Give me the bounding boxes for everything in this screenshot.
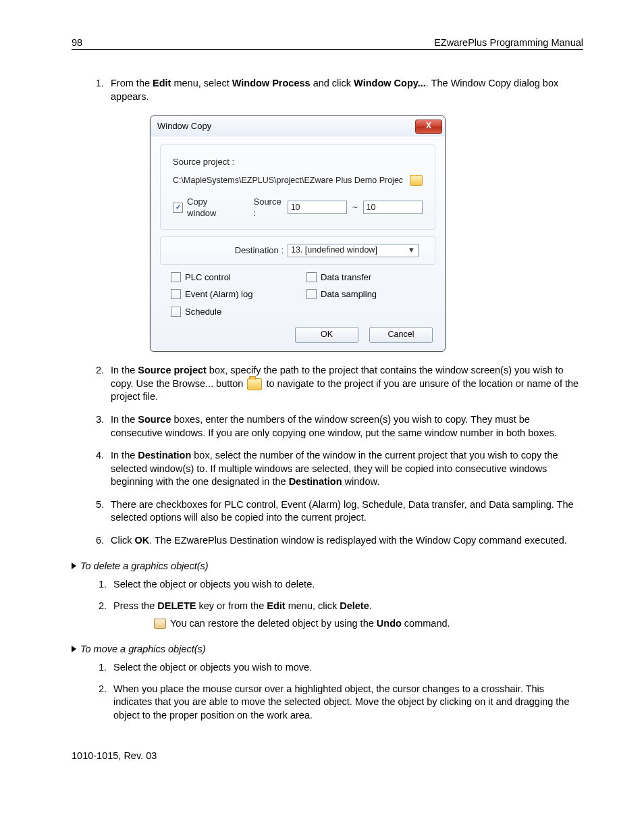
section-move-heading: To move a graphics object(s) [72, 644, 583, 654]
step-4: In the Destination box, select the numbe… [107, 449, 583, 489]
dialog-title: Window Copy [157, 120, 415, 132]
data-transfer-checkbox[interactable] [306, 272, 317, 282]
source-tilde: ~ [352, 201, 358, 213]
window-copy-dialog: Window Copy X Source project : C:\MapleS… [150, 115, 446, 352]
delete-steps-list: Select the object or objects you wish to… [72, 578, 583, 630]
event-alarm-log-label: Event (Alarm) log [185, 288, 252, 301]
delete-undo-note: You can restore the deleted object by us… [154, 617, 583, 631]
browse-folder-icon-inline [247, 378, 262, 390]
step-1: From the Edit menu, select Window Proces… [107, 77, 583, 352]
destination-label: Destination : [235, 244, 284, 257]
source-fieldset: Source project : C:\MapleSystems\EZPLUS\… [160, 145, 435, 230]
schedule-label: Schedule [185, 306, 221, 318]
move-steps-list: Select the object or objects you wish to… [72, 661, 583, 722]
delete-step-2: Press the DELETE key or from the Edit me… [109, 600, 583, 630]
schedule-checkbox[interactable] [171, 307, 181, 317]
triangle-right-icon [72, 646, 76, 652]
source-label: Source : [253, 196, 283, 219]
browse-folder-icon[interactable] [410, 175, 423, 186]
source-to-input[interactable]: 10 [363, 201, 423, 214]
source-project-label: Source project : [173, 156, 234, 168]
note-icon [154, 619, 166, 629]
triangle-right-icon [72, 563, 76, 569]
destination-dropdown[interactable]: 13. [undefined window] ▾ [288, 244, 419, 257]
data-sampling-checkbox[interactable] [306, 289, 317, 299]
chevron-down-icon: ▾ [406, 244, 417, 256]
plc-control-checkbox[interactable] [171, 272, 181, 282]
page-header: 98 EZwarePlus Programming Manual [72, 37, 583, 50]
copy-window-checkbox[interactable] [173, 203, 183, 213]
step-6: Click OK. The EZwarePlus Destination win… [107, 534, 583, 548]
step-3: In the Source boxes, enter the numbers o… [107, 413, 583, 440]
event-alarm-log-checkbox[interactable] [171, 289, 181, 299]
move-step-2: When you place the mouse cursor over a h… [109, 683, 583, 723]
close-button[interactable]: X [415, 120, 442, 134]
data-sampling-label: Data sampling [321, 288, 377, 301]
dialog-titlebar: Window Copy X [151, 116, 445, 136]
delete-step-1: Select the object or objects you wish to… [109, 578, 583, 592]
options-grid: PLC control Data transfer Event (Alarm) … [171, 271, 435, 318]
move-step-1: Select the object or objects you wish to… [109, 661, 583, 675]
step-5: There are checkboxes for PLC control, Ev… [107, 498, 583, 525]
plc-control-label: PLC control [185, 271, 231, 284]
footer-text: 1010-1015, Rev. 03 [72, 750, 583, 761]
ok-button[interactable]: OK [295, 327, 358, 343]
source-project-path: C:\MapleSystems\EZPLUS\project\EZware Pl… [173, 175, 403, 186]
manual-title: EZwarePlus Programming Manual [434, 37, 583, 48]
data-transfer-label: Data transfer [321, 271, 371, 284]
destination-fieldset: Destination : 13. [undefined window] ▾ [160, 236, 435, 265]
page-number: 98 [72, 37, 82, 48]
section-delete-heading: To delete a graphics object(s) [72, 561, 583, 571]
step-2: In the Source project box, specify the p… [107, 364, 583, 404]
cancel-button[interactable]: Cancel [369, 327, 433, 343]
main-steps-list: From the Edit menu, select Window Proces… [72, 77, 583, 547]
source-from-input[interactable]: 10 [288, 201, 347, 214]
copy-window-label: Copy window [187, 196, 234, 219]
